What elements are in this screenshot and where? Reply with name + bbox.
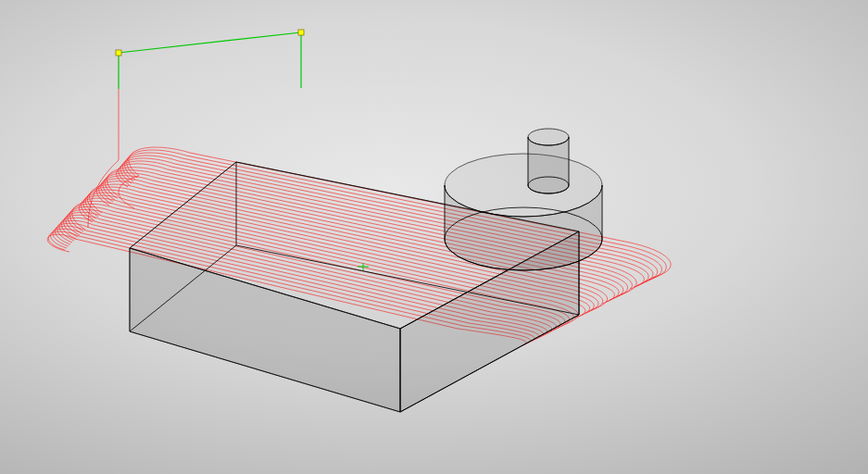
svg-point-9 (528, 129, 569, 145)
cutting-tool (445, 129, 602, 270)
scene-svg (0, 0, 868, 474)
cam-viewport[interactable] (0, 0, 868, 474)
svg-point-7 (445, 154, 602, 217)
anchor-point (116, 50, 121, 56)
anchor-point (298, 30, 304, 35)
rapid-moves (116, 30, 304, 89)
